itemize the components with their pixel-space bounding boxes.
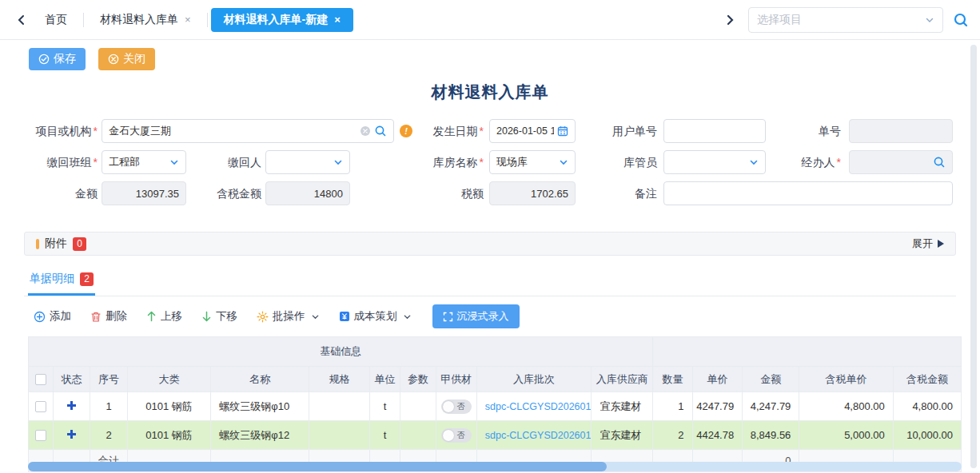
handler-label: 经办人* (753, 150, 841, 174)
project-field[interactable] (102, 119, 394, 143)
tax-amount-input (273, 188, 343, 200)
table-row: 20101 钢筋螺纹三级钢φ12t否sdpc-CLCGYSD202601宜东建材… (29, 421, 962, 450)
horizontal-scrollbar-thumb[interactable] (28, 462, 607, 471)
cell-owner-supplied: 否 (436, 392, 476, 421)
column-header-name: 名称 (211, 367, 309, 392)
detail-tab-bar: 单据明细 2 (24, 268, 956, 296)
column-header-seq: 序号 (90, 367, 127, 392)
tab-material-return-list[interactable]: 材料退料入库单 × (87, 8, 204, 32)
cell-spec (309, 421, 370, 450)
select-all-checkbox[interactable] (35, 374, 46, 385)
chevron-down-icon (925, 15, 934, 25)
column-header-amount: 金额 (743, 367, 799, 392)
row-checkbox-cell (29, 421, 54, 450)
cell-supplier: 宜东建材 (592, 421, 653, 450)
column-header-tax_amount: 含税金额 (893, 367, 961, 392)
date-field[interactable] (489, 119, 576, 143)
remark-field[interactable] (663, 181, 953, 205)
date-input[interactable] (496, 125, 554, 137)
arrow-down-icon (201, 311, 212, 322)
add-row-icon[interactable] (66, 429, 77, 439)
cell-tax_amount: 4,800.00 (893, 392, 961, 421)
cell-category: 0101 钢筋 (127, 392, 211, 421)
cell-unit: t (369, 392, 400, 421)
top-tab-bar: 首页 材料退料入库单 × 材料退料入库单-新建 × 选择项目 (0, 0, 980, 40)
batch-link[interactable]: sdpc-CLCGYSD202601 (485, 430, 592, 441)
tab-home[interactable]: 首页 (32, 8, 80, 32)
check-circle-icon (38, 54, 50, 65)
move-down-button[interactable]: 下移 (201, 309, 237, 324)
detail-table-wrap: 基础信息状态序号大类名称规格单位参数甲供材入库批次入库供应商数量单价金额含税单价… (28, 336, 962, 472)
immersive-entry-button[interactable]: 沉浸式录入 (432, 304, 520, 328)
tax-amount-field (265, 181, 350, 205)
column-header-price: 单价 (692, 367, 743, 392)
return-team-select[interactable]: 工程部 (102, 150, 186, 174)
add-row-icon[interactable] (66, 400, 77, 411)
close-tab-icon[interactable]: × (185, 14, 191, 26)
cost-planning-icon (339, 311, 350, 322)
clear-icon[interactable] (360, 125, 371, 137)
cell-name: 螺纹三级钢φ12 (211, 421, 309, 450)
search-icon[interactable] (374, 125, 387, 137)
expand-button[interactable]: 展开 (912, 236, 944, 251)
chevron-down-icon (333, 157, 343, 167)
column-header-category: 大类 (127, 367, 211, 392)
doc-no-field (849, 119, 953, 143)
column-header-supplier: 入库供应商 (592, 367, 653, 392)
search-icon[interactable] (933, 156, 946, 169)
column-header-tax_price: 含税单价 (799, 367, 893, 392)
amount-input (109, 188, 179, 200)
cost-planning-menu[interactable]: 成本策划 (339, 309, 412, 324)
chevron-down-icon (403, 312, 412, 321)
close-tab-icon[interactable]: × (334, 14, 341, 26)
user-no-input[interactable] (671, 125, 759, 137)
cell-amount: 8,849.56 (743, 421, 799, 450)
add-button[interactable]: 添加 (34, 309, 71, 324)
cell-owner-supplied: 否 (436, 421, 476, 450)
batch-link[interactable]: sdpc-CLCGYSD202601 (485, 401, 592, 412)
save-button[interactable]: 保存 (29, 48, 86, 70)
cell-price: 4424.78 (692, 421, 743, 450)
user-no-field[interactable] (663, 119, 766, 143)
date-label: 发生日期* (396, 119, 484, 143)
batch-ops-menu[interactable]: 批操作 (257, 309, 320, 324)
cell-status (54, 421, 90, 450)
doc-no-label: 单号 (753, 119, 841, 143)
delete-button[interactable]: 删除 (90, 309, 127, 324)
cell-status (54, 392, 90, 421)
column-header-owner_supplied: 甲供材 (436, 367, 476, 392)
owner-supplied-toggle[interactable]: 否 (441, 428, 472, 443)
tab-material-return-new[interactable]: 材料退料入库单-新建 × (211, 8, 353, 32)
attachment-bar: 附件 0 展开 (24, 232, 956, 256)
return-person-select[interactable] (265, 150, 350, 174)
move-up-button[interactable]: 上移 (146, 309, 182, 324)
cell-supplier: 宜东建材 (592, 392, 653, 421)
horizontal-scrollbar-track[interactable] (28, 462, 962, 471)
table-group-header: 基础信息 (29, 337, 653, 367)
chevron-down-icon (559, 157, 568, 167)
project-input[interactable] (109, 125, 357, 137)
row-checkbox[interactable] (35, 430, 46, 441)
table-group-header-row: 基础信息 (29, 337, 962, 367)
tabs-scroll-right-icon[interactable] (719, 8, 740, 32)
column-header-qty: 数量 (653, 367, 692, 392)
owner-supplied-toggle[interactable]: 否 (441, 399, 472, 414)
calendar-icon[interactable] (557, 125, 568, 137)
warehouse-select[interactable]: 现场库 (489, 150, 576, 174)
section-marker-icon (36, 239, 39, 249)
row-checkbox[interactable] (35, 401, 46, 412)
warehouse-keeper-select[interactable] (663, 150, 766, 174)
remark-label: 备注 (569, 181, 657, 205)
close-button[interactable]: 关闭 (98, 48, 155, 70)
attachment-label: 附件 (45, 236, 67, 251)
tabs-scroll-left-icon[interactable] (11, 8, 32, 32)
tab-detail-lines[interactable]: 单据明细 2 (28, 268, 95, 296)
search-icon[interactable] (953, 12, 969, 28)
remark-input[interactable] (671, 188, 946, 200)
handler-field[interactable] (849, 150, 953, 174)
vertical-scrollbar-thumb[interactable] (970, 45, 977, 468)
cell-qty: 1 (653, 392, 692, 421)
project-select[interactable]: 选择项目 (748, 7, 943, 33)
detail-toolbar: 添加 删除 上移 下移 批操作 成本策划 沉浸式录入 (0, 296, 980, 336)
table-group-header (653, 337, 962, 367)
